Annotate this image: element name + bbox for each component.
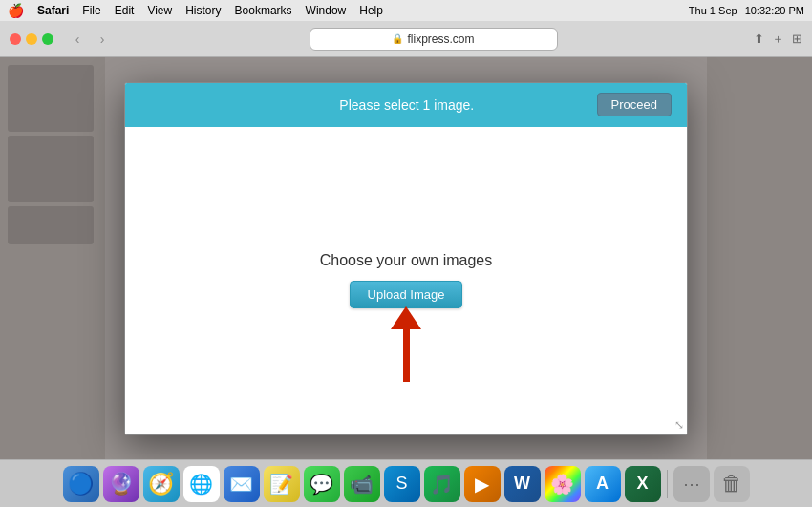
close-button[interactable] [10, 33, 21, 45]
menubar-time: 10:32:20 PM [745, 5, 804, 16]
menubar: 🍎 Safari File Edit View History Bookmark… [0, 0, 812, 21]
dock-appstore[interactable]: A [585, 466, 621, 502]
address-bar-container: 🔒 flixpress.com [120, 28, 746, 51]
apple-menu[interactable]: 🍎 [8, 3, 24, 18]
back-button[interactable]: ‹ [67, 29, 88, 50]
dock-vlc[interactable]: ▶ [464, 466, 501, 502]
proceed-button[interactable]: Proceed [597, 93, 672, 116]
modal-header: Please select 1 image. Proceed [125, 83, 687, 127]
menubar-date: Thu 1 Sep [689, 5, 737, 16]
browser-content: Please select 1 image. Proceed Choose yo… [0, 57, 812, 459]
forward-button[interactable]: › [92, 29, 113, 50]
modal-overlay: Please select 1 image. Proceed Choose yo… [0, 57, 812, 459]
dock-chrome[interactable]: 🌐 [183, 466, 220, 502]
choose-images-text: Choose your own images [320, 252, 493, 269]
dock-messages[interactable]: 💬 [304, 466, 340, 502]
upload-image-button[interactable]: Upload Image [350, 281, 463, 308]
resize-handle[interactable]: ⤡ [674, 418, 684, 432]
lock-icon: 🔒 [392, 33, 403, 44]
menubar-right: Thu 1 Sep 10:32:20 PM [689, 5, 804, 16]
minimize-button[interactable] [26, 33, 37, 45]
menu-safari[interactable]: Safari [37, 4, 69, 17]
dock-spotify[interactable]: 🎵 [424, 466, 460, 502]
dock-word[interactable]: W [504, 466, 541, 502]
dock-trash[interactable]: 🗑 [714, 466, 750, 502]
arrow-annotation [391, 306, 421, 382]
dock-divider [667, 470, 668, 498]
new-tab-icon[interactable]: ＋ [772, 31, 784, 48]
address-bar[interactable]: 🔒 flixpress.com [310, 28, 558, 51]
menu-window[interactable]: Window [306, 4, 347, 17]
dock-more[interactable]: ⋯ [673, 466, 710, 502]
share-icon[interactable]: ⬆ [754, 32, 764, 46]
dock-siri[interactable]: 🔮 [103, 466, 139, 502]
browser-toolbar: ‹ › 🔒 flixpress.com ⬆ ＋ ⊞ [0, 21, 812, 57]
modal-title: Please select 1 image. [217, 97, 597, 113]
modal-dialog: Please select 1 image. Proceed Choose yo… [124, 82, 688, 435]
arrow-shaft [403, 329, 410, 382]
sidebar-icon[interactable]: ⊞ [792, 32, 802, 46]
traffic-lights [10, 33, 53, 45]
fullscreen-button[interactable] [42, 33, 53, 45]
dock-notes[interactable]: 📝 [264, 466, 300, 502]
nav-buttons: ‹ › [67, 29, 113, 50]
menu-items: Safari File Edit View History Bookmarks … [37, 4, 383, 17]
arrow-head [391, 306, 421, 329]
dock-safari[interactable]: 🧭 [143, 466, 180, 502]
dock: 🔵 🔮 🧭 🌐 ✉️ 📝 💬 📹 S 🎵 ▶ W 🌸 A X ⋯ 🗑 [0, 459, 812, 507]
dock-excel[interactable]: X [625, 466, 661, 502]
menu-view[interactable]: View [147, 4, 172, 17]
dock-facetime[interactable]: 📹 [344, 466, 380, 502]
modal-body: Choose your own images Upload Image [125, 127, 687, 434]
dock-finder[interactable]: 🔵 [63, 466, 99, 502]
menu-bookmarks[interactable]: Bookmarks [235, 4, 292, 17]
browser-right-icons: ⬆ ＋ ⊞ [754, 31, 802, 48]
menu-file[interactable]: File [82, 4, 100, 17]
menu-help[interactable]: Help [359, 4, 383, 17]
menu-edit[interactable]: Edit [115, 4, 135, 17]
menu-history[interactable]: History [185, 4, 221, 17]
url-text: flixpress.com [407, 32, 474, 46]
dock-skype[interactable]: S [384, 466, 420, 502]
dock-photos[interactable]: 🌸 [545, 466, 581, 502]
dock-mail[interactable]: ✉️ [224, 466, 260, 502]
